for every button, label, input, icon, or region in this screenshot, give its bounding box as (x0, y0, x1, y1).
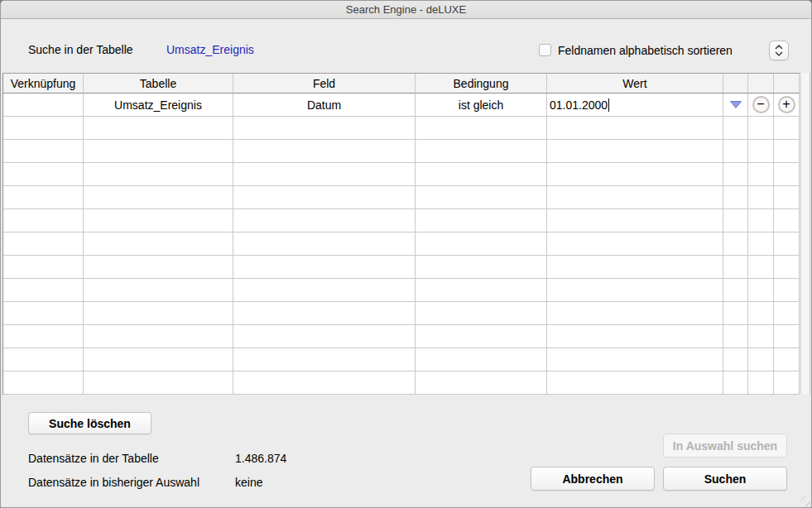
search-button[interactable]: Suchen (663, 467, 787, 491)
title-bar[interactable]: Search Engine - deLUXE (1, 1, 811, 19)
empty-cell[interactable] (547, 371, 723, 395)
empty-cell[interactable] (547, 209, 723, 232)
empty-criteria-row (3, 186, 800, 209)
empty-cell[interactable] (416, 256, 547, 279)
empty-cell[interactable] (547, 302, 723, 325)
empty-cell[interactable] (416, 279, 547, 302)
empty-cell[interactable] (3, 232, 84, 256)
empty-cell[interactable] (416, 325, 547, 348)
value-input[interactable]: 01.01.2000 (547, 93, 723, 117)
empty-cell[interactable] (3, 325, 84, 348)
empty-cell[interactable] (416, 186, 547, 209)
empty-cell (774, 209, 800, 232)
empty-cell[interactable] (84, 232, 233, 256)
empty-cell[interactable] (547, 279, 723, 302)
add-row-cell: + (774, 93, 800, 117)
empty-cell[interactable] (84, 163, 233, 186)
table-cell-feld[interactable]: Datum (233, 93, 416, 117)
empty-cell[interactable] (416, 117, 547, 140)
empty-cell[interactable] (84, 371, 233, 395)
add-row-button[interactable]: + (778, 96, 795, 113)
empty-cell[interactable] (233, 209, 416, 232)
empty-cell (723, 140, 748, 163)
empty-cell (748, 256, 774, 279)
empty-cell[interactable] (416, 140, 547, 163)
empty-cell[interactable] (84, 209, 233, 232)
empty-cell[interactable] (84, 348, 233, 371)
header-wert: Wert (547, 74, 723, 93)
empty-cell[interactable] (233, 279, 416, 302)
empty-cell[interactable] (233, 140, 416, 163)
window-title: Search Engine - deLUXE (346, 3, 466, 16)
empty-cell[interactable] (84, 140, 233, 163)
empty-cell[interactable] (233, 117, 416, 140)
empty-cell[interactable] (547, 140, 723, 163)
vertical-scrollbar-track[interactable] (800, 73, 810, 394)
sort-alphabetical-checkbox[interactable] (539, 44, 551, 56)
empty-cell[interactable] (84, 117, 233, 140)
empty-cell[interactable] (3, 117, 84, 140)
empty-cell (774, 279, 800, 302)
empty-cell[interactable] (3, 256, 84, 279)
empty-cell[interactable] (416, 232, 547, 256)
empty-cell[interactable] (547, 117, 723, 140)
empty-cell[interactable] (233, 302, 416, 325)
empty-cell[interactable] (416, 163, 547, 186)
empty-cell[interactable] (233, 256, 416, 279)
empty-cell[interactable] (3, 163, 84, 186)
empty-cell[interactable] (547, 348, 723, 371)
remove-row-button[interactable]: − (752, 96, 770, 113)
empty-cell[interactable] (547, 163, 723, 186)
empty-cell[interactable] (84, 325, 233, 348)
empty-cell[interactable] (3, 209, 84, 232)
empty-cell[interactable] (547, 232, 723, 256)
value-dropdown-button[interactable] (723, 93, 748, 117)
resize-grip[interactable] (800, 496, 810, 506)
empty-cell[interactable] (547, 325, 723, 348)
empty-cell[interactable] (233, 371, 416, 395)
link-cell[interactable] (3, 93, 84, 117)
field-stepper-button[interactable] (769, 41, 789, 60)
empty-cell[interactable] (3, 140, 84, 163)
empty-cell[interactable] (84, 186, 233, 209)
header-bedingung: Bedingung (416, 74, 547, 93)
empty-cell[interactable] (233, 348, 416, 371)
empty-cell (748, 163, 774, 186)
records-in-selection-value: keine (235, 476, 262, 489)
empty-cell[interactable] (3, 302, 84, 325)
header-dropdown-col (723, 74, 748, 93)
empty-cell[interactable] (233, 232, 416, 256)
empty-cell (774, 325, 800, 348)
empty-cell (723, 371, 748, 395)
empty-cell[interactable] (233, 325, 416, 348)
empty-cell[interactable] (3, 279, 84, 302)
search-in-table-label: Suche in der Tabelle (28, 43, 133, 56)
empty-cell[interactable] (84, 279, 233, 302)
empty-cell[interactable] (3, 186, 84, 209)
empty-cell[interactable] (84, 256, 233, 279)
empty-cell[interactable] (416, 371, 547, 395)
empty-cell (748, 348, 774, 371)
cancel-button[interactable]: Abbrechen (531, 467, 655, 491)
empty-cell[interactable] (3, 348, 84, 371)
empty-cell[interactable] (416, 302, 547, 325)
table-cell-bedingung[interactable]: ist gleich (416, 93, 547, 117)
empty-cell[interactable] (547, 186, 723, 209)
empty-criteria-row (3, 163, 800, 186)
empty-cell[interactable] (84, 302, 233, 325)
up-down-chevrons-icon (774, 44, 784, 57)
table-name-link[interactable]: Umsatz_Ereignis (166, 43, 254, 56)
search-in-selection-button[interactable]: In Auswahl suchen (663, 434, 787, 458)
empty-cell[interactable] (416, 209, 547, 232)
table-cell-tabelle[interactable]: Umsatz_Ereignis (84, 93, 233, 117)
empty-cell[interactable] (233, 186, 416, 209)
empty-cell[interactable] (233, 163, 416, 186)
value-text: 01.01.2000 (550, 98, 608, 112)
empty-cell[interactable] (3, 371, 84, 395)
empty-cell (748, 232, 774, 256)
header-add-col (774, 74, 800, 93)
clear-search-button[interactable]: Suche löschen (28, 412, 151, 434)
empty-cell[interactable] (416, 348, 547, 371)
empty-cell (774, 163, 800, 186)
empty-cell[interactable] (547, 256, 723, 279)
